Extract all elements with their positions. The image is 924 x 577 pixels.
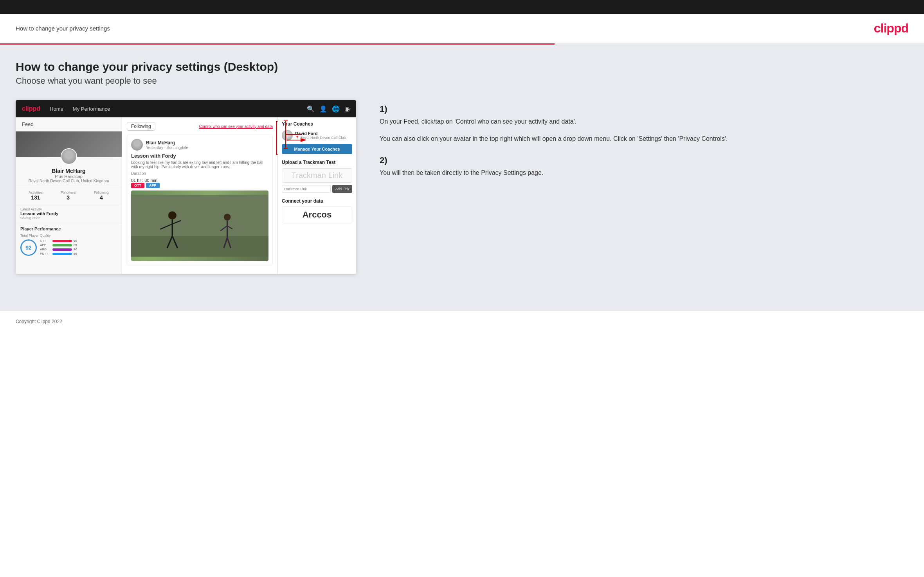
trackman-placeholder: Trackman Link <box>282 168 352 183</box>
feed-tab[interactable]: Feed <box>16 117 122 131</box>
badge-ott: OTT <box>131 183 144 188</box>
svg-point-5 <box>168 211 177 219</box>
following-value: 4 <box>94 194 109 201</box>
following-button[interactable]: Following <box>127 122 155 131</box>
page-title: How to change your privacy settings (Des… <box>16 60 908 74</box>
trackman-field[interactable] <box>282 185 331 193</box>
add-link-button[interactable]: Add Link <box>332 185 352 193</box>
post-date: Yesterday · Sunningdale <box>146 146 188 150</box>
nav-home[interactable]: Home <box>50 106 63 112</box>
avatar-inner <box>61 149 76 164</box>
arccos-label: Arccos <box>282 206 352 223</box>
main-content: How to change your privacy settings (Des… <box>0 45 924 311</box>
stat-followers: Followers 3 <box>61 191 76 201</box>
coach-row: David Ford 📍 Royal North Devon Golf Club <box>282 130 352 141</box>
app-nav-right: 🔍 👤 🌐 ◉ <box>307 105 350 113</box>
quality-label: Total Player Quality <box>20 234 117 237</box>
instruction-1-number: 1) <box>380 104 908 114</box>
footer: Copyright Clippd 2022 <box>0 311 924 332</box>
ott-bar <box>52 240 72 242</box>
page-subtitle: Choose what you want people to see <box>16 76 908 86</box>
app-right-panel: Your Coaches David Ford 📍 Royal North De… <box>278 117 356 274</box>
clippd-logo: clippd <box>874 21 908 36</box>
user-icon[interactable]: 👤 <box>319 105 327 113</box>
app-sidebar: Feed Blair McHarg Plus Handicap Royal No… <box>16 117 122 274</box>
badge-app: APP <box>146 183 160 188</box>
ott-value: 90 <box>74 239 77 243</box>
coach-info: David Ford 📍 Royal North Devon Golf Club <box>295 131 346 140</box>
arg-bar <box>52 248 72 251</box>
feed-header: Following Control who can see your activ… <box>127 122 273 131</box>
header-title: How to change your privacy settings <box>16 25 110 32</box>
trackman-title: Upload a Trackman Test <box>282 160 352 165</box>
post-header: Blair McHarg Yesterday · Sunningdale <box>131 139 268 151</box>
post-duration-value: 01 hr : 30 min <box>131 178 268 183</box>
latest-date: 03 Aug 2022 <box>20 216 117 220</box>
instruction-1-text: On your Feed, click/tap on 'Control who … <box>380 117 908 127</box>
bar-arg: ARG 86 <box>40 248 117 251</box>
ott-label: OTT <box>40 239 51 243</box>
profile-stats: Activities 131 Followers 3 Following 4 <box>16 187 122 204</box>
app-nav: clippd Home My Performance 🔍 👤 🌐 ◉ <box>16 100 356 117</box>
followers-label: Followers <box>61 191 76 194</box>
activities-value: 131 <box>29 194 43 201</box>
manage-coaches-button[interactable]: Manage Your Coaches <box>282 144 352 154</box>
instruction-1: 1) On your Feed, click/tap on 'Control w… <box>380 104 908 144</box>
stat-following: Following 4 <box>94 191 109 201</box>
app-label: APP <box>40 243 51 247</box>
trackman-section: Upload a Trackman Test Trackman Link Add… <box>282 160 352 193</box>
arg-value: 86 <box>74 248 77 251</box>
latest-label: Latest Activity <box>20 207 117 211</box>
header: How to change your privacy settings clip… <box>0 14 924 43</box>
app-body: Feed Blair McHarg Plus Handicap Royal No… <box>16 117 356 274</box>
player-perf-title: Player Performance <box>20 226 117 231</box>
post-photo <box>131 191 268 261</box>
post-duration-label: Duration <box>131 171 268 176</box>
control-privacy-link[interactable]: Control who can see your activity and da… <box>199 124 273 129</box>
post-author-info: Blair McHarg Yesterday · Sunningdale <box>146 140 188 150</box>
top-bar <box>0 0 924 14</box>
putt-value: 96 <box>74 252 77 255</box>
trackman-row: Add Link <box>282 185 352 193</box>
avatar <box>61 148 77 165</box>
profile-cover <box>16 131 122 157</box>
avatar-icon[interactable]: ◉ <box>344 105 350 113</box>
coach-name: David Ford <box>295 131 346 136</box>
coaches-section: Your Coaches David Ford 📍 Royal North De… <box>282 121 352 154</box>
app-feed: Following Control who can see your activ… <box>122 117 278 274</box>
profile-handicap: Plus Handicap <box>20 174 118 179</box>
quality-bars: OTT 90 APP 85 ARG <box>40 239 117 256</box>
post-title: Lesson with Fordy <box>131 153 268 159</box>
post-author: Blair McHarg <box>146 140 188 146</box>
post-badges: OTT APP <box>131 183 268 188</box>
putt-bar <box>52 253 72 255</box>
putt-label: PUTT <box>40 252 51 255</box>
post-card: Blair McHarg Yesterday · Sunningdale Les… <box>127 135 273 265</box>
svg-point-11 <box>224 214 231 221</box>
bar-putt: PUTT 96 <box>40 252 117 255</box>
app-screenshot: clippd Home My Performance 🔍 👤 🌐 ◉ Feed <box>16 100 356 274</box>
nav-my-performance[interactable]: My Performance <box>73 106 110 112</box>
arg-label: ARG <box>40 248 51 251</box>
latest-activity: Latest Activity Lesson with Fordy 03 Aug… <box>16 204 122 223</box>
bar-app: APP 85 <box>40 243 117 247</box>
location-icon: 📍 <box>295 136 299 140</box>
instructions: 1) On your Feed, click/tap on 'Control w… <box>372 100 908 190</box>
coach-club: 📍 Royal North Devon Golf Club <box>295 136 346 140</box>
bar-ott: OTT 90 <box>40 239 117 243</box>
content-columns: clippd Home My Performance 🔍 👤 🌐 ◉ Feed <box>16 100 908 274</box>
app-bar <box>52 244 72 246</box>
coaches-title: Your Coaches <box>282 121 352 127</box>
copyright: Copyright Clippd 2022 <box>16 319 62 324</box>
instruction-2-text: You will then be taken directly to the P… <box>380 168 908 178</box>
post-avatar <box>131 139 143 151</box>
latest-title: Lesson with Fordy <box>20 211 117 216</box>
profile-name: Blair McHarg <box>20 168 118 174</box>
player-performance: Player Performance Total Player Quality … <box>16 223 122 259</box>
followers-value: 3 <box>61 194 76 201</box>
globe-icon[interactable]: 🌐 <box>332 105 340 113</box>
connect-section: Connect your data Arccos <box>282 198 352 223</box>
search-icon[interactable]: 🔍 <box>307 105 315 113</box>
quality-score: 92 <box>20 239 37 256</box>
instruction-1-extra: You can also click on your avatar in the… <box>380 134 908 144</box>
